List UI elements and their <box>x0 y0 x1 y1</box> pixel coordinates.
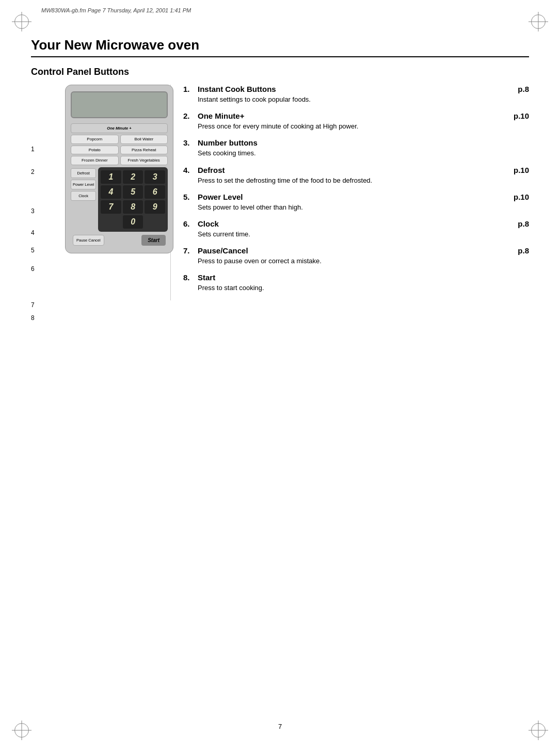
left-column: 1 2 3 4 5 6 7 8 One Minute + Popcorn Boi… <box>31 85 165 253</box>
key-9[interactable]: 9 <box>145 200 165 214</box>
side-buttons: Defrost Power Level Clock <box>71 167 96 232</box>
defrost-button[interactable]: Defrost <box>71 168 96 178</box>
list-title-4: Defrost <box>198 166 504 174</box>
list-page-5: p.10 <box>508 193 529 201</box>
list-desc-4: Press to set the defrosting time of the … <box>198 176 529 185</box>
list-item-4: 4.Defrostp.10Press to set the defrosting… <box>183 166 529 185</box>
list-title-5: Power Level <box>198 193 504 201</box>
label-1: 1 <box>31 146 35 153</box>
clock-button[interactable]: Clock <box>71 191 96 201</box>
list-title-7: Pause/Cancel <box>198 246 504 255</box>
pause-cancel-button[interactable]: Pause Cancel <box>73 235 104 246</box>
list-desc-5: Sets power to level other than high. <box>198 203 529 212</box>
key-7[interactable]: 7 <box>101 200 121 214</box>
label-3: 3 <box>31 207 35 215</box>
list-desc-7: Press to pause oven or correct a mistake… <box>198 257 529 266</box>
list-number-1: 1. <box>183 85 194 93</box>
key-3[interactable]: 3 <box>145 170 165 184</box>
key-6[interactable]: 6 <box>145 185 165 199</box>
list-page-7: p.8 <box>508 246 529 255</box>
key-8[interactable]: 8 <box>123 200 143 214</box>
list-item-8: 8.StartPress to start cooking. <box>183 273 529 293</box>
list-item-header-8: 8.Start <box>183 273 529 282</box>
list-desc-2: Press once for every minute of cooking a… <box>198 122 529 131</box>
reg-mark-bl <box>14 723 29 738</box>
list-number-8: 8. <box>183 273 194 282</box>
list-title-1: Instant Cook Buttons <box>198 85 504 93</box>
potato-button[interactable]: Potato <box>71 146 119 155</box>
bottom-row: Pause Cancel Start <box>71 235 168 246</box>
list-page-1: p.8 <box>508 85 529 93</box>
power-level-button[interactable]: Power Level <box>71 180 96 189</box>
section-heading: Control Panel Buttons <box>31 67 529 77</box>
microwave-panel: One Minute + Popcorn Boil Water Potato P… <box>65 85 173 253</box>
list-number-2: 2. <box>183 111 194 120</box>
list-item-3: 3.Number buttonsSets cooking times. <box>183 138 529 158</box>
list-number-6: 6. <box>183 219 194 228</box>
list-item-5: 5.Power Levelp.10Sets power to level oth… <box>183 193 529 212</box>
list-item-header-3: 3.Number buttons <box>183 138 529 147</box>
numpad-section: Defrost Power Level Clock 1 2 3 4 5 <box>71 167 168 232</box>
list-title-8: Start <box>198 273 529 282</box>
key-1[interactable]: 1 <box>101 170 121 184</box>
list-item-header-1: 1.Instant Cook Buttonsp.8 <box>183 85 529 93</box>
pizza-reheat-button[interactable]: Pizza Reheat <box>120 146 168 155</box>
two-col-layout: 1 2 3 4 5 6 7 8 One Minute + Popcorn Boi… <box>31 85 529 300</box>
list-desc-6: Sets current time. <box>198 230 529 239</box>
reg-mark-tl <box>14 14 29 29</box>
list-title-2: One Minute+ <box>198 111 504 120</box>
list-desc-3: Sets cooking times. <box>198 149 529 158</box>
list-page-6: p.8 <box>508 219 529 228</box>
list-number-7: 7. <box>183 246 194 255</box>
fresh-vegetables-button[interactable]: Fresh Vegetables <box>120 156 168 165</box>
main-content: Your New Microwave oven Control Panel Bu… <box>31 37 529 711</box>
numpad: 1 2 3 4 5 6 7 8 9 0 <box>98 167 168 232</box>
list-desc-1: Instant settings to cook popular foods. <box>198 95 529 104</box>
right-column: 1.Instant Cook Buttonsp.8Instant setting… <box>170 85 529 300</box>
list-item-7: 7.Pause/Cancelp.8Press to pause oven or … <box>183 246 529 266</box>
label-5: 5 <box>31 247 35 254</box>
label-8: 8 <box>31 314 35 322</box>
list-page-2: p.10 <box>508 111 529 120</box>
label-6: 6 <box>31 265 35 273</box>
list-title-3: Number buttons <box>198 138 529 147</box>
features-list: 1.Instant Cook Buttonsp.8Instant setting… <box>183 85 529 293</box>
list-item-1: 1.Instant Cook Buttonsp.8Instant setting… <box>183 85 529 104</box>
numpad-grid: 1 2 3 4 5 6 7 8 9 0 <box>101 170 165 229</box>
key-0[interactable]: 0 <box>123 215 143 229</box>
label-4: 4 <box>31 229 35 236</box>
list-item-header-6: 6.Clockp.8 <box>183 219 529 228</box>
list-number-3: 3. <box>183 138 194 147</box>
key-4[interactable]: 4 <box>101 185 121 199</box>
list-item-header-5: 5.Power Levelp.10 <box>183 193 529 201</box>
display-screen <box>71 91 168 118</box>
boil-water-button[interactable]: Boil Water <box>120 135 168 144</box>
file-info: MW830WA-gb.fm Page 7 Thursday, April 12,… <box>41 7 191 13</box>
key-2[interactable]: 2 <box>123 170 143 184</box>
list-desc-8: Press to start cooking. <box>198 283 529 293</box>
list-item-6: 6.Clockp.8Sets current time. <box>183 219 529 239</box>
page-number: 7 <box>278 723 282 730</box>
label-7: 7 <box>31 301 35 309</box>
list-item-header-7: 7.Pause/Cancelp.8 <box>183 246 529 255</box>
label-2: 2 <box>31 168 35 175</box>
page-title: Your New Microwave oven <box>31 37 529 57</box>
reg-mark-br <box>531 723 546 738</box>
list-number-4: 4. <box>183 166 194 174</box>
key-5[interactable]: 5 <box>123 185 143 199</box>
list-item-2: 2.One Minute+p.10Press once for every mi… <box>183 111 529 131</box>
diagram-wrapper: 1 2 3 4 5 6 7 8 One Minute + Popcorn Boi… <box>31 85 165 253</box>
reg-mark-tr <box>531 14 546 29</box>
list-item-header-2: 2.One Minute+p.10 <box>183 111 529 120</box>
list-item-header-4: 4.Defrostp.10 <box>183 166 529 174</box>
frozen-dinner-button[interactable]: Frozen Dinner <box>71 156 119 165</box>
instant-cook-buttons: One Minute + Popcorn Boil Water Potato P… <box>71 123 168 165</box>
list-page-4: p.10 <box>508 166 529 174</box>
one-minute-button[interactable]: One Minute + <box>71 123 168 133</box>
start-button[interactable]: Start <box>141 235 166 246</box>
list-number-5: 5. <box>183 193 194 201</box>
list-title-6: Clock <box>198 219 504 228</box>
popcorn-button[interactable]: Popcorn <box>71 135 119 144</box>
